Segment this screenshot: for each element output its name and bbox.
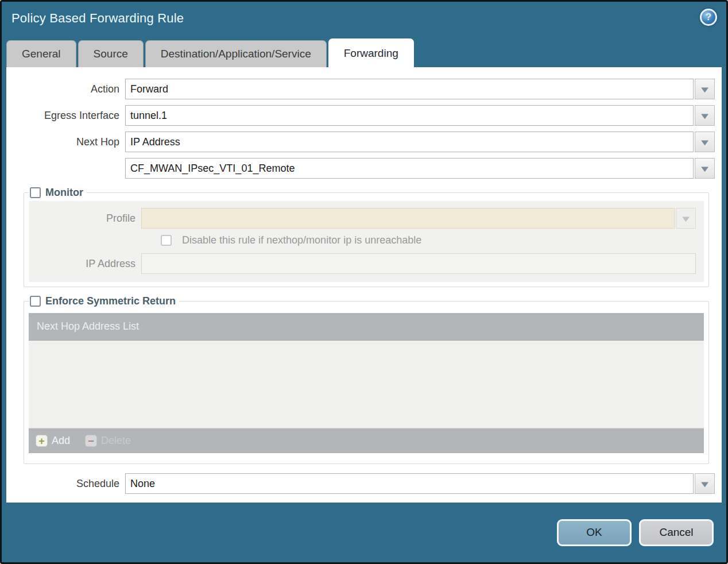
schedule-row: Schedule None ▼: [6, 473, 715, 494]
next-hop-address-row: CF_MWAN_IPsec_VTI_01_Remote ▼: [6, 158, 715, 179]
monitor-legend-label: Monitor: [45, 187, 83, 199]
dialog-footer: OK Cancel: [2, 503, 726, 562]
add-button[interactable]: + Add: [36, 435, 70, 447]
cancel-button[interactable]: Cancel: [639, 519, 714, 546]
next-hop-label: Next Hop: [6, 136, 125, 148]
egress-interface-select[interactable]: tunnel.1: [125, 105, 694, 126]
next-hop-address-list-toolbar: + Add − Delete: [29, 428, 704, 453]
tab-destination-application-service[interactable]: Destination/Application/Service: [145, 40, 327, 67]
action-label: Action: [6, 83, 125, 95]
profile-row: Profile ▼: [29, 208, 704, 229]
monitor-checkbox[interactable]: [30, 187, 41, 198]
chevron-down-icon: ▼: [699, 138, 711, 146]
chevron-down-icon: ▼: [699, 85, 711, 94]
monitor-ip-input: [141, 253, 696, 274]
monitor-legend: Monitor: [29, 187, 87, 199]
egress-interface-dropdown-button[interactable]: ▼: [695, 105, 715, 126]
schedule-dropdown-button[interactable]: ▼: [695, 473, 715, 494]
schedule-label: Schedule: [6, 478, 125, 490]
dialog-title: Policy Based Forwarding Rule: [11, 11, 184, 26]
egress-interface-row: Egress Interface tunnel.1 ▼: [6, 105, 715, 126]
next-hop-address-list-header: Next Hop Address List: [29, 313, 704, 341]
symmetric-return-legend: Enforce Symmetric Return: [29, 295, 179, 307]
symmetric-return-checkbox[interactable]: [30, 296, 41, 307]
ok-button[interactable]: OK: [557, 519, 632, 546]
monitor-ip-label: IP Address: [29, 258, 141, 270]
tab-general[interactable]: General: [6, 40, 76, 67]
egress-interface-label: Egress Interface: [6, 110, 125, 122]
profile-dropdown-button: ▼: [676, 208, 696, 229]
disable-rule-label: Disable this rule if nexthop/monitor ip …: [182, 234, 421, 246]
chevron-down-icon: ▼: [699, 111, 711, 120]
tab-strip: General Source Destination/Application/S…: [2, 37, 726, 67]
symmetric-return-legend-label: Enforce Symmetric Return: [45, 295, 176, 307]
next-hop-address-dropdown-button[interactable]: ▼: [695, 158, 715, 179]
next-hop-address-table: Next Hop Address List + Add − Delete: [29, 313, 704, 453]
next-hop-row: Next Hop IP Address ▼: [6, 132, 715, 152]
monitor-section: Monitor Profile ▼ Disable this rule if n…: [24, 187, 709, 287]
disable-rule-row: Disable this rule if nexthop/monitor ip …: [161, 234, 704, 246]
schedule-select[interactable]: None: [125, 473, 694, 494]
next-hop-dropdown-button[interactable]: ▼: [695, 132, 715, 152]
delete-button: − Delete: [85, 435, 131, 447]
tab-source[interactable]: Source: [78, 40, 144, 67]
action-row: Action Forward ▼: [6, 79, 715, 99]
tab-forwarding[interactable]: Forwarding: [328, 38, 414, 67]
minus-icon: −: [85, 435, 97, 447]
help-icon[interactable]: ?: [700, 9, 717, 26]
profile-select: [141, 208, 675, 229]
add-button-label: Add: [52, 435, 70, 447]
delete-button-label: Delete: [101, 435, 131, 447]
next-hop-address-list-body[interactable]: [29, 341, 704, 428]
dialog-titlebar: Policy Based Forwarding Rule ?: [2, 2, 726, 37]
disable-rule-checkbox: [161, 235, 172, 246]
pbf-rule-dialog: Policy Based Forwarding Rule ? General S…: [0, 0, 728, 564]
forwarding-tab-panel: Action Forward ▼ Egress Interface tunnel…: [6, 67, 722, 503]
action-select[interactable]: Forward: [125, 79, 694, 99]
action-dropdown-button[interactable]: ▼: [695, 79, 715, 99]
chevron-down-icon: ▼: [680, 214, 692, 223]
profile-label: Profile: [29, 213, 141, 225]
symmetric-return-section: Enforce Symmetric Return Next Hop Addres…: [24, 295, 709, 464]
next-hop-address-select[interactable]: CF_MWAN_IPsec_VTI_01_Remote: [125, 158, 694, 179]
next-hop-type-select[interactable]: IP Address: [125, 132, 694, 152]
monitor-panel: Profile ▼ Disable this rule if nexthop/m…: [29, 201, 704, 282]
monitor-ip-row: IP Address: [29, 253, 704, 274]
plus-icon: +: [36, 435, 48, 447]
chevron-down-icon: ▼: [699, 480, 711, 488]
chevron-down-icon: ▼: [699, 164, 711, 173]
